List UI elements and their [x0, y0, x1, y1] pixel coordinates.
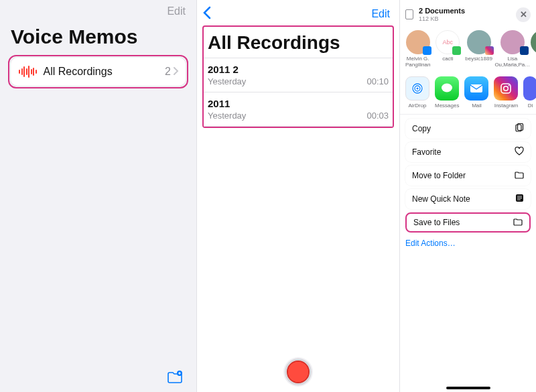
- close-button[interactable]: ✕: [516, 7, 531, 22]
- action-save-to-files[interactable]: Save to Files: [405, 212, 531, 233]
- sidebar-edit-button[interactable]: Edit: [167, 5, 186, 17]
- svg-point-4: [442, 84, 452, 92]
- recording-name: 2011: [208, 98, 389, 109]
- share-app-mail[interactable]: Mail: [464, 76, 488, 109]
- note-icon: [515, 194, 524, 204]
- close-icon: ✕: [520, 9, 527, 19]
- heart-icon: [515, 147, 524, 157]
- recordings-highlight: All Recordings 2011 2 Yesterday 00:10 20…: [202, 25, 394, 128]
- sidebar-title: Voice Memos: [0, 17, 196, 55]
- share-header-title: 2 Documents: [419, 7, 511, 15]
- share-app-airdrop[interactable]: AirDrop: [405, 76, 429, 109]
- recording-date: Yesterday: [208, 76, 246, 86]
- app-label: Mail: [472, 103, 482, 109]
- contact-name: Melvin G. Pangilinan: [405, 56, 430, 68]
- discord-icon: [523, 76, 536, 101]
- share-contact[interactable]: Melvin G. Pangilinan: [405, 30, 430, 68]
- mail-icon: [464, 76, 488, 101]
- back-button[interactable]: [202, 6, 212, 22]
- recording-row[interactable]: 2011 2 Yesterday 00:10: [204, 58, 393, 92]
- home-indicator: [446, 387, 490, 389]
- svg-point-7: [504, 86, 509, 91]
- document-icon: [405, 9, 413, 19]
- action-label: New Quick Note: [412, 194, 470, 204]
- share-contact[interactable]: beysic1889: [465, 30, 492, 68]
- app-badge-icon: [452, 46, 461, 55]
- recording-name: 2011 2: [208, 64, 389, 75]
- svg-rect-5: [470, 84, 482, 92]
- recording-date: Yesterday: [208, 111, 246, 121]
- folder-row-highlight: All Recordings 2: [8, 55, 188, 88]
- share-app-instagram[interactable]: Instagram: [494, 76, 518, 109]
- share-contact[interactable]: [533, 30, 536, 68]
- action-label: Copy: [412, 124, 431, 133]
- instagram-icon: [494, 76, 518, 101]
- record-button[interactable]: [285, 358, 312, 385]
- recording-row[interactable]: 2011 Yesterday 00:03: [204, 92, 393, 127]
- share-contact[interactable]: Abc cacti: [436, 30, 460, 68]
- messages-icon: [435, 76, 459, 101]
- waveform-icon: [19, 66, 37, 78]
- chevron-right-icon: [174, 66, 179, 78]
- contact-name: beysic1889: [465, 56, 492, 68]
- folder-row-label: All Recordings: [44, 66, 165, 78]
- edit-actions-link[interactable]: Edit Actions…: [400, 236, 536, 251]
- action-favorite[interactable]: Favorite: [405, 142, 531, 162]
- action-new-quick-note[interactable]: New Quick Note: [405, 189, 531, 209]
- folder-plus-icon: [167, 371, 183, 384]
- share-app-messages[interactable]: Messages: [435, 76, 459, 109]
- airdrop-icon: [405, 76, 429, 101]
- contact-name: cacti: [442, 56, 453, 68]
- copy-icon: [515, 123, 524, 135]
- avatar: [531, 30, 536, 54]
- app-label: Messages: [435, 103, 459, 109]
- folder-row-count: 2: [165, 66, 171, 78]
- folder-row-all-recordings[interactable]: All Recordings 2: [11, 58, 186, 86]
- action-copy[interactable]: Copy: [405, 119, 531, 139]
- svg-point-3: [417, 88, 419, 90]
- action-label: Save to Files: [413, 218, 460, 227]
- svg-point-8: [509, 85, 510, 86]
- app-badge-icon: [520, 46, 529, 55]
- action-label: Move to Folder: [412, 171, 466, 180]
- new-folder-button[interactable]: [167, 371, 183, 387]
- app-badge-icon: [423, 46, 431, 55]
- list-title: All Recordings: [204, 27, 393, 58]
- share-app-more[interactable]: Di: [523, 76, 536, 109]
- list-edit-button[interactable]: Edit: [371, 8, 390, 20]
- contact-name: Lisa Ou,Maria,Pa…: [494, 56, 530, 68]
- folder-icon: [515, 171, 524, 181]
- recording-duration: 00:03: [366, 111, 389, 121]
- app-label: Instagram: [494, 103, 519, 109]
- folder-icon: [513, 218, 523, 228]
- action-label: Favorite: [412, 147, 441, 157]
- app-label: AirDrop: [408, 103, 426, 109]
- action-move-to-folder[interactable]: Move to Folder: [405, 166, 531, 186]
- app-badge-icon: [485, 46, 494, 55]
- app-label: Di: [528, 103, 533, 109]
- recording-duration: 00:10: [366, 76, 389, 86]
- share-contact[interactable]: Lisa Ou,Maria,Pa…: [498, 30, 527, 68]
- share-header-subtitle: 112 KB: [419, 15, 511, 22]
